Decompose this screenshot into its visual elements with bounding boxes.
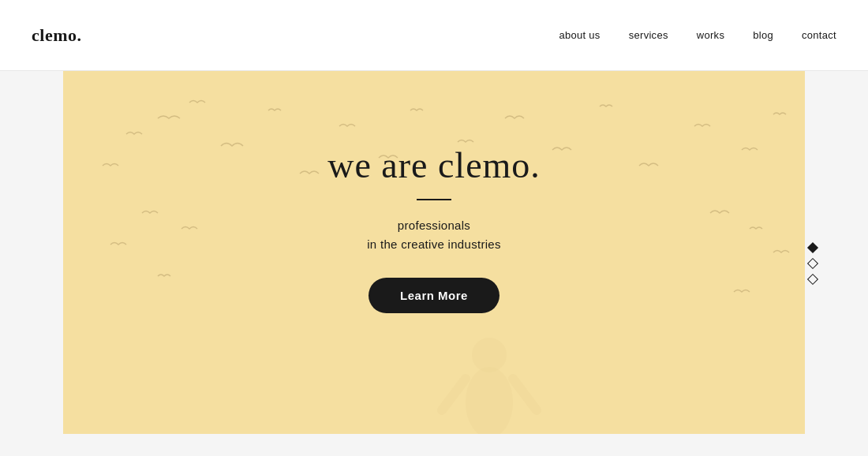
hero-subtitle-line1: professionals (398, 219, 470, 232)
hero-section: we are clemo. professionals in the creat… (63, 71, 805, 434)
hero-content: we are clemo. professionals in the creat… (327, 144, 541, 313)
hero-subtitle-line2: in the creative industries (367, 237, 501, 251)
svg-point-1 (472, 338, 507, 372)
svg-point-0 (466, 367, 513, 434)
side-nav (809, 244, 817, 283)
nav-blog[interactable]: blog (753, 29, 773, 41)
svg-line-2 (442, 379, 466, 410)
nav-services[interactable]: services (629, 29, 668, 41)
svg-line-3 (513, 379, 537, 410)
slide-dot-active[interactable] (807, 242, 818, 253)
hero-subtitle: professionals in the creative industries (327, 216, 541, 254)
nav-works[interactable]: works (697, 29, 724, 41)
main-nav: about us services works blog contact (559, 29, 836, 41)
nav-about[interactable]: about us (559, 29, 600, 41)
hero-title: we are clemo. (327, 144, 541, 186)
hero-divider (417, 199, 451, 200)
header: clemo. about us services works blog cont… (0, 0, 868, 71)
nav-contact[interactable]: contact (802, 29, 836, 41)
slide-dot-2[interactable] (807, 258, 818, 269)
logo[interactable]: clemo. (32, 25, 81, 46)
hero-wrapper: we are clemo. professionals in the creat… (0, 71, 868, 456)
learn-more-button[interactable]: Learn More (369, 278, 499, 313)
slide-dot-3[interactable] (807, 274, 818, 285)
